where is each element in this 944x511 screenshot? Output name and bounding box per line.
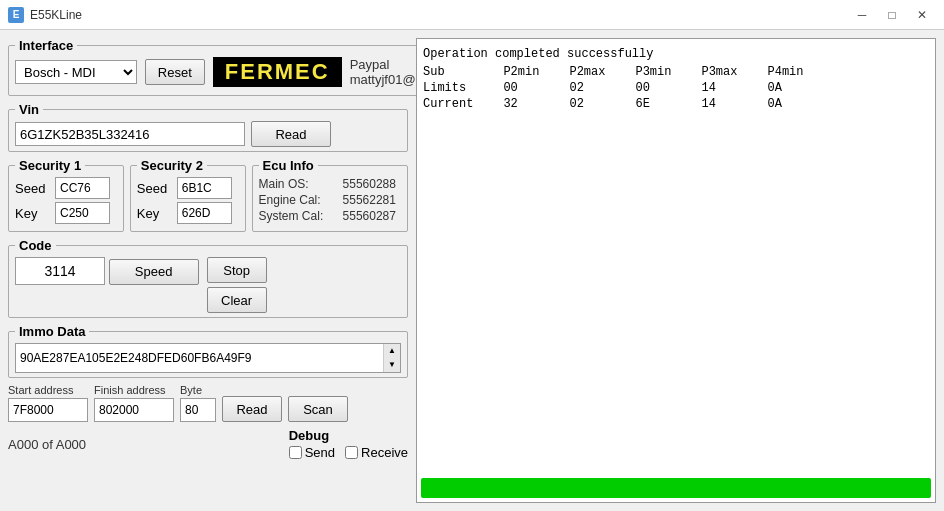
immo-input-container: ▲ ▼ xyxy=(15,343,401,373)
seed1-label: Seed xyxy=(15,181,51,196)
system-cal-label: System Cal: xyxy=(259,209,339,223)
security2-fieldset: Security 2 Seed Key xyxy=(130,158,246,232)
read-button[interactable]: Read xyxy=(251,121,331,147)
debug-checkboxes: Send Receive xyxy=(289,445,408,460)
immo-spinner: ▲ ▼ xyxy=(383,344,400,372)
seed1-input[interactable] xyxy=(55,177,110,199)
main-window: Interface Bosch - MDI Bosch - USB Tactri… xyxy=(0,30,944,511)
addr-read-button[interactable]: Read xyxy=(222,396,282,422)
maximize-button[interactable]: □ xyxy=(878,4,906,26)
ecu-info-fieldset: Ecu Info Main OS: 55560288 Engine Cal: 5… xyxy=(252,158,408,232)
start-address-input[interactable] xyxy=(8,398,88,422)
interface-select[interactable]: Bosch - MDI Bosch - USB Tactrix xyxy=(15,60,137,84)
send-checkbox-label[interactable]: Send xyxy=(289,445,335,460)
byte-input[interactable] xyxy=(180,398,216,422)
bottom-row: A000 of A000 Debug Send Receive xyxy=(8,428,408,460)
seed2-input[interactable] xyxy=(177,177,232,199)
progress-bar xyxy=(421,478,931,498)
vin-fieldset: Vin Read xyxy=(8,102,408,152)
security2-label: Security 2 xyxy=(137,158,207,173)
speed-button[interactable]: Speed xyxy=(109,259,199,285)
key1-label: Key xyxy=(15,206,51,221)
immo-data-fieldset: Immo Data ▲ ▼ xyxy=(8,324,408,378)
send-label: Send xyxy=(305,445,335,460)
close-button[interactable]: ✕ xyxy=(908,4,936,26)
fermec-logo: FERMEC xyxy=(213,57,342,87)
clear-button[interactable]: Clear xyxy=(207,287,267,313)
vin-input[interactable] xyxy=(15,122,245,146)
address-row: Start address Finish address Byte Read S… xyxy=(8,384,408,422)
engine-cal-value: 55562281 xyxy=(343,193,396,207)
ecu-info-label: Ecu Info xyxy=(259,158,318,173)
table-row: Current32026E140A xyxy=(423,96,834,112)
system-cal-value: 55560287 xyxy=(343,209,396,223)
title-bar: E E55KLine ─ □ ✕ xyxy=(0,0,944,30)
table-header-row: SubP2minP2maxP3minP3maxP4min xyxy=(423,64,834,80)
vin-label: Vin xyxy=(15,102,43,117)
debug-section: Debug Send Receive xyxy=(289,428,408,460)
interface-label: Interface xyxy=(15,38,77,53)
key1-input[interactable] xyxy=(55,202,110,224)
byte-label: Byte xyxy=(180,384,216,396)
send-checkbox[interactable] xyxy=(289,446,302,459)
app-icon: E xyxy=(8,7,24,23)
finish-address-label: Finish address xyxy=(94,384,174,396)
byte-group: Byte xyxy=(180,384,216,422)
window-title: E55KLine xyxy=(30,8,848,22)
code-label: Code xyxy=(15,238,56,253)
window-controls: ─ □ ✕ xyxy=(848,4,936,26)
security1-label: Security 1 xyxy=(15,158,85,173)
reset-button[interactable]: Reset xyxy=(145,59,205,85)
main-os-value: 55560288 xyxy=(343,177,396,191)
key2-input[interactable] xyxy=(177,202,232,224)
code-input[interactable] xyxy=(15,257,105,285)
spin-up-button[interactable]: ▲ xyxy=(384,344,400,358)
scan-button[interactable]: Scan xyxy=(288,396,348,422)
status-text: A000 of A000 xyxy=(8,437,86,452)
start-address-group: Start address xyxy=(8,384,88,422)
output-table: SubP2minP2maxP3minP3maxP4min Limits00020… xyxy=(423,64,834,112)
start-address-label: Start address xyxy=(8,384,88,396)
engine-cal-label: Engine Cal: xyxy=(259,193,339,207)
minimize-button[interactable]: ─ xyxy=(848,4,876,26)
output-status-line: Operation completed successfully xyxy=(423,45,929,64)
seed2-label: Seed xyxy=(137,181,173,196)
finish-address-input[interactable] xyxy=(94,398,174,422)
finish-address-group: Finish address xyxy=(94,384,174,422)
left-panel: Interface Bosch - MDI Bosch - USB Tactri… xyxy=(8,38,408,503)
stop-button[interactable]: Stop xyxy=(207,257,267,283)
right-panel: Operation completed successfully SubP2mi… xyxy=(416,38,936,503)
spin-down-button[interactable]: ▼ xyxy=(384,358,400,372)
output-area: Operation completed successfully SubP2mi… xyxy=(417,39,935,474)
immo-data-label: Immo Data xyxy=(15,324,89,339)
code-fieldset: Code Speed Stop Clear xyxy=(8,238,408,318)
debug-label: Debug xyxy=(289,428,408,443)
receive-label: Receive xyxy=(361,445,408,460)
key2-label: Key xyxy=(137,206,173,221)
security-ecu-row: Security 1 Seed Key Security 2 Seed xyxy=(8,158,408,232)
receive-checkbox[interactable] xyxy=(345,446,358,459)
receive-checkbox-label[interactable]: Receive xyxy=(345,445,408,460)
main-os-label: Main OS: xyxy=(259,177,339,191)
table-row: Limits000200140A xyxy=(423,80,834,96)
security1-fieldset: Security 1 Seed Key xyxy=(8,158,124,232)
immo-input[interactable] xyxy=(16,344,383,372)
